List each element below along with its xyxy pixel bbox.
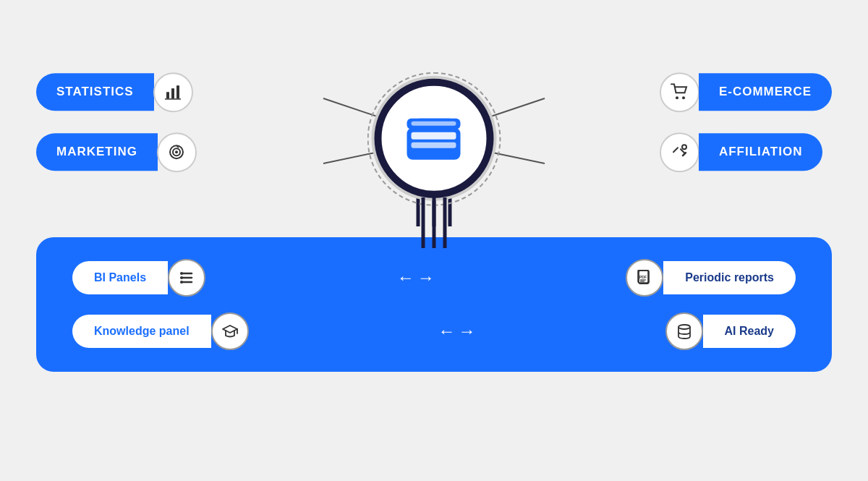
- bottom-row-2: Knowledge panel ← →: [72, 312, 796, 350]
- knowledge-panel-pill: Knowledge panel: [72, 312, 249, 350]
- svg-point-18: [175, 150, 178, 153]
- svg-point-28: [180, 276, 183, 279]
- diagram-container: STATISTICS MARKETING: [36, 20, 832, 461]
- svg-point-21: [682, 96, 685, 99]
- top-section: STATISTICS MARKETING: [36, 20, 832, 244]
- ai-ready-label: AI Ready: [703, 315, 796, 348]
- left-pills: STATISTICS MARKETING: [36, 72, 197, 172]
- bidirectional-arrow-1: ← →: [397, 268, 435, 288]
- affiliation-icon: [671, 143, 688, 161]
- marketing-pill: MARKETING: [36, 132, 197, 172]
- right-pills: E-COMMERCE AFFILIATION: [660, 72, 832, 172]
- periodic-reports-label: Periodic reports: [663, 261, 796, 294]
- bottom-section: BI Panels ← →: [36, 237, 832, 372]
- knowledge-panel-icon: [211, 312, 249, 350]
- svg-rect-15: [165, 98, 181, 100]
- ecommerce-icon-circle: [660, 72, 699, 112]
- bottom-connector-1: ← →: [220, 268, 611, 288]
- svg-rect-8: [411, 132, 456, 139]
- list-icon: [179, 270, 195, 286]
- right-arrow-2: →: [459, 321, 476, 341]
- svg-point-29: [180, 281, 183, 284]
- marketing-label: MARKETING: [36, 133, 158, 171]
- database-icon: [676, 323, 692, 339]
- bi-panels-label: BI Panels: [72, 261, 168, 294]
- statistics-label: STATISTICS: [36, 73, 154, 111]
- affiliation-pill: AFFILIATION: [660, 132, 832, 172]
- svg-rect-9: [411, 142, 456, 148]
- svg-point-22: [682, 145, 686, 149]
- svg-line-23: [683, 153, 686, 156]
- periodic-reports-icon: PDF: [626, 259, 663, 297]
- bottom-row-1: BI Panels ← →: [72, 259, 796, 297]
- affiliation-label: AFFILIATION: [699, 133, 823, 171]
- svg-text:PDF: PDF: [639, 275, 647, 279]
- center-wallet-circle: [375, 78, 494, 197]
- ecommerce-pill: E-COMMERCE: [660, 72, 832, 112]
- svg-marker-35: [223, 325, 237, 333]
- ai-ready-pill: AI Ready: [665, 312, 796, 350]
- svg-rect-12: [166, 92, 169, 98]
- wallet-icon: [405, 114, 463, 161]
- bi-panels-pill: BI Panels: [72, 259, 205, 297]
- right-arrow-1: →: [417, 268, 435, 288]
- ecommerce-label: E-COMMERCE: [699, 73, 832, 111]
- svg-point-37: [678, 325, 690, 329]
- knowledge-panel-label: Knowledge panel: [72, 315, 211, 348]
- statistics-pill: STATISTICS: [36, 72, 197, 112]
- svg-rect-13: [171, 88, 174, 98]
- marketing-icon: [168, 143, 185, 161]
- bidirectional-arrow-2: ← →: [438, 321, 476, 341]
- svg-point-20: [676, 96, 678, 99]
- affiliation-icon-circle: [660, 132, 699, 172]
- svg-point-27: [180, 272, 183, 275]
- ai-ready-icon: [665, 312, 703, 350]
- svg-rect-14: [176, 85, 179, 98]
- left-arrow-1: ←: [397, 268, 414, 288]
- bi-panels-icon: [168, 259, 205, 297]
- statistics-icon-circle: [153, 72, 193, 112]
- ecommerce-icon: [671, 83, 688, 101]
- marketing-icon-circle: [157, 132, 197, 172]
- svg-rect-11: [411, 121, 456, 125]
- pdf-icon: PDF: [637, 270, 652, 286]
- left-arrow-2: ←: [438, 321, 456, 341]
- periodic-reports-pill: PDF Periodic reports: [626, 259, 796, 297]
- statistics-icon: [164, 83, 182, 101]
- graduation-icon: [222, 323, 238, 339]
- bottom-connector-2: ← →: [263, 321, 651, 341]
